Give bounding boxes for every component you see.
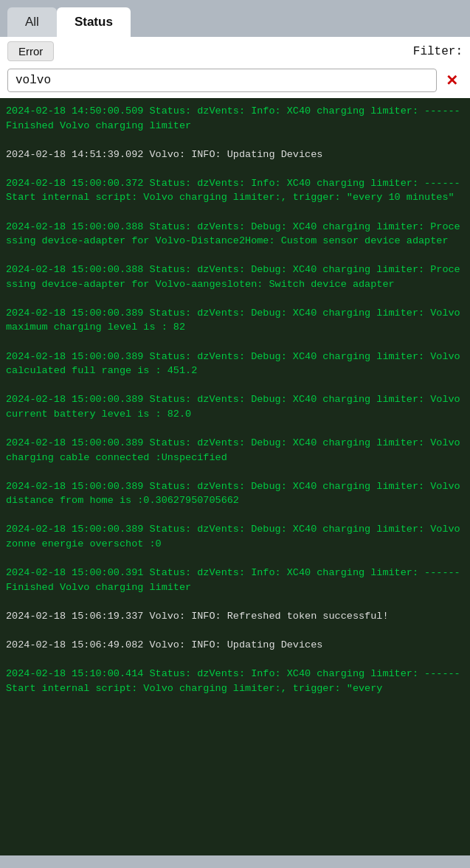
log-line: 2024-02-18 15:00:00.389 Status: dzVents:… — [6, 392, 464, 421]
log-line: 2024-02-18 14:50:00.509 Status: dzVents:… — [6, 104, 464, 133]
search-row: ✕ — [0, 66, 470, 98]
log-line: 2024-02-18 15:00:00.389 Status: dzVents:… — [6, 522, 464, 551]
log-line: 2024-02-18 15:10:00.414 Status: dzVents:… — [6, 667, 464, 695]
log-area[interactable]: 2024-02-18 14:50:00.509 Status: dzVents:… — [0, 98, 470, 855]
log-line: 2024-02-18 15:06:19.337 Volvo: INFO: Ref… — [6, 609, 464, 624]
clear-button[interactable]: ✕ — [441, 70, 463, 91]
tab-status[interactable]: Status — [57, 7, 131, 37]
tab-all[interactable]: All — [7, 7, 57, 37]
log-line: 2024-02-18 15:00:00.372 Status: dzVents:… — [6, 176, 464, 205]
log-line: 2024-02-18 15:00:00.389 Status: dzVents:… — [6, 436, 464, 465]
filter-label: Filter: — [413, 45, 463, 58]
log-line: 2024-02-18 15:00:00.391 Status: dzVents:… — [6, 566, 464, 594]
search-input[interactable] — [7, 69, 437, 92]
log-line: 2024-02-18 15:00:00.389 Status: dzVents:… — [6, 350, 464, 378]
log-line: 2024-02-18 14:51:39.092 Volvo: INFO: Upd… — [6, 147, 464, 162]
top-bar: All Status — [0, 0, 470, 37]
log-line: 2024-02-18 15:00:00.389 Status: dzVents:… — [6, 306, 464, 335]
log-line: 2024-02-18 15:00:00.389 Status: dzVents:… — [6, 479, 464, 508]
error-badge[interactable]: Error — [7, 41, 54, 61]
log-line: 2024-02-18 15:00:00.388 Status: dzVents:… — [6, 220, 464, 249]
filter-row: Error Filter: — [0, 37, 470, 66]
log-line: 2024-02-18 15:00:00.388 Status: dzVents:… — [6, 263, 464, 291]
log-line: 2024-02-18 15:06:49.082 Volvo: INFO: Upd… — [6, 638, 464, 653]
